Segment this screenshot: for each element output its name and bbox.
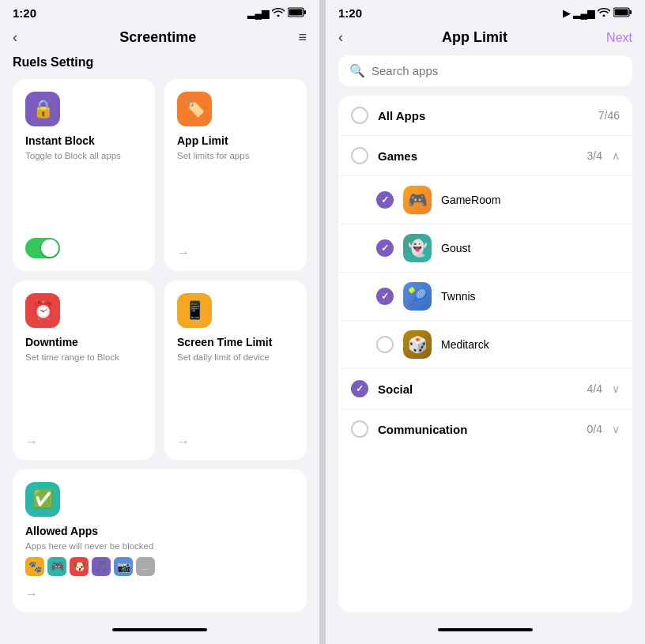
right-location-icon: ▶ xyxy=(563,8,570,19)
search-bar: 🔍 xyxy=(338,55,632,86)
gameroom-icon: 🎮 xyxy=(403,186,432,214)
left-status-bar: 1:20 ▂▄▆ xyxy=(0,0,319,23)
right-title: App Limit xyxy=(442,29,507,46)
category-games[interactable]: Games 3/4 ∧ xyxy=(338,136,632,176)
twnnis-icon: 🎾 xyxy=(403,282,432,311)
app-list: All Apps 7/46 Games 3/4 ∧ 🎮 GameRoom 👻 G… xyxy=(338,96,632,612)
left-home-indicator-wrapper xyxy=(0,612,319,644)
left-header: ‹ Screentime ≡ xyxy=(0,23,319,55)
goust-icon: 👻 xyxy=(403,234,432,262)
gameroom-radio[interactable] xyxy=(376,191,394,209)
toggle-thumb xyxy=(41,239,58,257)
allowed-icon-more: ... xyxy=(136,557,155,576)
instant-block-title: Instant Block xyxy=(25,134,142,147)
all-apps-count: 7/46 xyxy=(598,109,620,122)
app-goust[interactable]: 👻 Goust xyxy=(338,224,632,273)
app-limit-title: App Limit xyxy=(177,134,294,147)
allowed-icon-3: 🐶 xyxy=(70,557,89,576)
all-apps-radio[interactable] xyxy=(351,107,368,124)
instant-block-toggle[interactable] xyxy=(25,238,60,258)
right-home-indicator xyxy=(438,628,533,631)
games-radio[interactable] xyxy=(351,147,368,164)
gameroom-name: GameRoom xyxy=(441,194,620,206)
app-gameroom[interactable]: 🎮 GameRoom xyxy=(338,176,632,224)
goust-radio[interactable] xyxy=(376,239,394,257)
allowed-icon-5: 📷 xyxy=(114,557,133,576)
instant-block-icon: 🔒 xyxy=(25,92,60,126)
communication-chevron: ∨ xyxy=(612,423,620,435)
games-label: Games xyxy=(378,149,578,163)
search-input[interactable] xyxy=(372,64,621,77)
wifi-icon xyxy=(272,7,285,19)
allowed-apps-icon: ✅ xyxy=(25,482,60,517)
search-icon: 🔍 xyxy=(349,63,365,78)
meditarck-name: Meditarck xyxy=(441,338,620,351)
battery-icon xyxy=(288,7,307,20)
downtime-subtitle: Set time range to Block xyxy=(25,352,142,448)
allowed-apps-title: Allowed Apps xyxy=(25,525,294,537)
right-status-icons: ▶ ▂▄▆ xyxy=(563,7,632,20)
card-downtime[interactable]: ⏰ Downtime Set time range to Block → xyxy=(13,281,155,461)
right-signal-icon: ▂▄▆ xyxy=(573,8,594,19)
svg-rect-4 xyxy=(630,10,632,14)
menu-button[interactable]: ≡ xyxy=(298,29,307,46)
communication-count: 0/4 xyxy=(587,423,602,435)
app-limit-subtitle: Set limits for apps xyxy=(177,150,294,258)
svg-rect-1 xyxy=(304,10,307,14)
right-back-button[interactable]: ‹ xyxy=(338,29,343,46)
social-radio[interactable] xyxy=(351,380,368,397)
right-battery-icon xyxy=(613,7,632,20)
right-time: 1:20 xyxy=(338,6,362,20)
social-count: 4/4 xyxy=(587,382,602,395)
allowed-apps-subtitle: Apps here will never be blocked xyxy=(25,540,294,552)
downtime-title: Downtime xyxy=(25,336,142,348)
screen-time-icon: 📱 xyxy=(177,293,212,328)
allowed-apps-arrow: → xyxy=(25,587,38,601)
left-panel: 1:20 ▂▄▆ ‹ Screentime ≡ xyxy=(0,0,319,644)
meditarck-radio[interactable] xyxy=(376,336,394,353)
social-chevron: ∨ xyxy=(612,382,620,395)
left-title: Screentime xyxy=(119,29,196,46)
games-count: 3/4 xyxy=(587,149,602,162)
app-twnnis[interactable]: 🎾 Twnnis xyxy=(338,273,632,321)
screen-time-title: Screen Time Limit xyxy=(177,336,294,348)
twnnis-radio[interactable] xyxy=(376,288,394,305)
allowed-apps-icons: 🐾 🎮 🐶 🎵 📷 ... xyxy=(25,557,294,576)
games-chevron: ∧ xyxy=(612,149,620,162)
cards-grid: 🔒 Instant Block Toggle to Block all apps… xyxy=(0,79,319,460)
communication-radio[interactable] xyxy=(351,420,368,438)
card-instant-block[interactable]: 🔒 Instant Block Toggle to Block all apps xyxy=(13,79,155,271)
twnnis-name: Twnnis xyxy=(441,290,620,303)
svg-rect-5 xyxy=(615,9,628,15)
all-apps-label: All Apps xyxy=(378,109,589,122)
meditarck-icon: 🎲 xyxy=(403,330,432,359)
games-sub-items: 🎮 GameRoom 👻 Goust 🎾 Twnnis 🎲 Meditarck xyxy=(338,176,632,369)
downtime-icon: ⏰ xyxy=(25,293,60,328)
card-screen-time-limit[interactable]: 📱 Screen Time Limit Set daily limit of d… xyxy=(164,281,307,461)
svg-rect-2 xyxy=(289,9,303,15)
allowed-icon-4: 🎵 xyxy=(92,557,111,576)
allowed-apps-section: ✅ Allowed Apps Apps here will never be b… xyxy=(0,460,319,612)
left-status-icons: ▂▄▆ xyxy=(247,7,307,20)
left-home-indicator xyxy=(112,628,207,631)
back-button[interactable]: ‹ xyxy=(13,29,17,46)
all-apps-item[interactable]: All Apps 7/46 xyxy=(338,96,632,136)
right-status-bar: 1:20 ▶ ▂▄▆ xyxy=(326,0,645,23)
panel-divider xyxy=(319,0,326,644)
app-meditarck[interactable]: 🎲 Meditarck xyxy=(338,321,632,369)
category-communication[interactable]: Communication 0/4 ∨ xyxy=(338,409,632,449)
instant-block-subtitle: Toggle to Block all apps xyxy=(25,150,142,232)
category-social[interactable]: Social 4/4 ∨ xyxy=(338,369,632,409)
downtime-arrow: → xyxy=(25,435,38,449)
left-time: 1:20 xyxy=(13,6,36,20)
screen-time-subtitle: Set daily limit of device xyxy=(177,352,294,448)
card-app-limit[interactable]: 🏷️ App Limit Set limits for apps → xyxy=(164,79,307,271)
screen-time-arrow: → xyxy=(177,435,190,449)
right-home-indicator-wrapper xyxy=(326,612,645,644)
right-panel: 1:20 ▶ ▂▄▆ ‹ App Limit Ne xyxy=(326,0,645,644)
goust-name: Goust xyxy=(441,242,620,254)
card-allowed-apps[interactable]: ✅ Allowed Apps Apps here will never be b… xyxy=(13,469,307,612)
next-button[interactable]: Next xyxy=(606,31,632,45)
allowed-icon-1: 🐾 xyxy=(25,557,44,576)
social-label: Social xyxy=(378,382,578,396)
